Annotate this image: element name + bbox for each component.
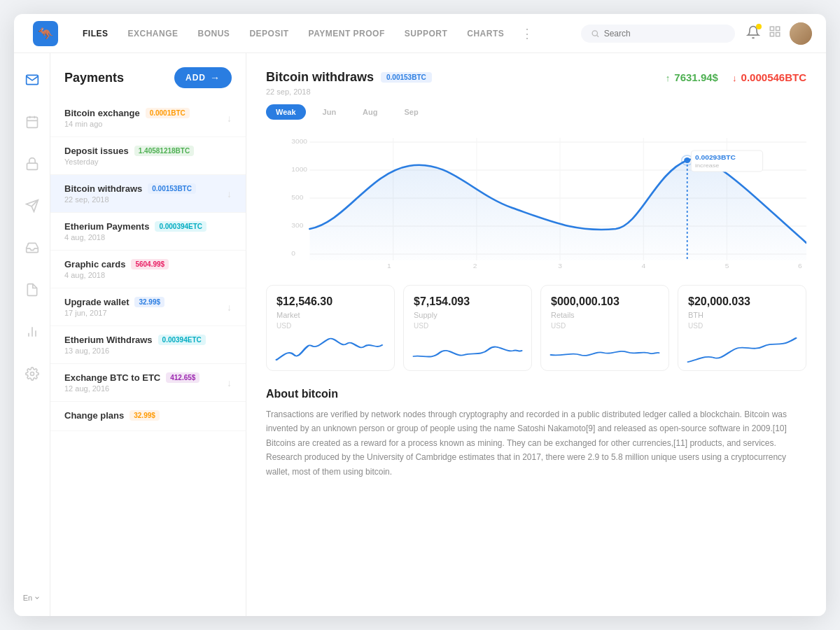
payment-item[interactable]: Bitcoin exchange 0.0001BTC 14 min ago ↓ xyxy=(50,99,246,137)
svg-text:0: 0 xyxy=(291,250,295,257)
svg-text:300: 300 xyxy=(291,222,303,229)
logo-area: 🦘 xyxy=(28,21,63,46)
language-selector[interactable]: En xyxy=(23,594,41,602)
payment-arrow-icon: ↓ xyxy=(227,113,232,124)
payment-badge: 412.65$ xyxy=(166,372,200,383)
svg-point-0 xyxy=(592,30,597,35)
arrow-down-icon: ↓ xyxy=(732,73,737,83)
notification-dot xyxy=(756,24,762,29)
payment-badge: 0.000394ETC xyxy=(155,221,206,232)
sidebar-lock-icon[interactable] xyxy=(20,151,45,176)
about-title: About bitcoin xyxy=(266,388,806,400)
top-nav: 🦘 FILES EXCHANGE BONUS DEPOSIT PAYMENT P… xyxy=(14,14,826,53)
payment-badge: 0.0001BTC xyxy=(146,108,190,118)
svg-point-33 xyxy=(684,158,690,163)
add-button-arrow: → xyxy=(210,72,220,83)
stat-card-label: Supply xyxy=(414,311,522,319)
filter-jun[interactable]: Jun xyxy=(313,104,346,120)
about-text: Transactions are verified by network nod… xyxy=(266,407,806,479)
mini-chart-svg xyxy=(551,335,659,363)
payment-badge: 1.40581218BTC xyxy=(134,146,194,156)
mini-chart-svg xyxy=(688,335,796,363)
payment-date: 4 aug, 2018 xyxy=(64,233,206,241)
nav-more-dots[interactable]: ⋮ xyxy=(515,26,539,41)
payment-item[interactable]: Change plans 32.99$ xyxy=(50,402,246,431)
payment-name: Bitcoin withdraws 0.00153BTC xyxy=(64,183,196,194)
stat-card-label: Retails xyxy=(551,311,659,319)
svg-text:4: 4 xyxy=(641,262,645,270)
nav-bonus[interactable]: BONUS xyxy=(190,24,239,43)
payment-name: Graphic cards 5604.99$ xyxy=(64,259,169,270)
payment-item[interactable]: Graphic cards 5604.99$ 4 aug, 2018 xyxy=(50,251,246,288)
payment-info: Bitcoin withdraws 0.00153BTC 22 sep, 201… xyxy=(64,183,196,204)
nav-deposit[interactable]: DEPOSIT xyxy=(241,24,297,43)
payment-date: 22 sep, 2018 xyxy=(64,195,196,204)
filter-sep[interactable]: Sep xyxy=(395,104,428,120)
arrow-up-icon: ↑ xyxy=(666,73,671,83)
payment-badge: 32.99$ xyxy=(134,297,164,307)
svg-line-1 xyxy=(597,35,598,36)
payment-item[interactable]: Exchange BTC to ETC 412.65$ 12 aug, 2016… xyxy=(50,364,246,402)
add-payment-button[interactable]: ADD → xyxy=(174,67,232,88)
payment-info: Bitcoin exchange 0.0001BTC 14 min ago xyxy=(64,108,190,128)
payment-badge: 5604.99$ xyxy=(131,259,169,270)
grid-icon[interactable] xyxy=(769,25,781,41)
app-container: 🦘 FILES EXCHANGE BONUS DEPOSIT PAYMENT P… xyxy=(14,14,826,616)
payment-name: Etherium Withdraws 0.00394ETC xyxy=(64,335,206,345)
payments-header: Payments ADD → xyxy=(50,53,246,99)
chart-title: Bitcoin withdraws xyxy=(266,70,374,85)
payment-item[interactable]: Upgrade wallet 32.99$ 17 jun, 2017 ↓ xyxy=(50,288,246,326)
filter-aug[interactable]: Aug xyxy=(353,104,387,120)
stat-card: $7,154.093 Supply USD xyxy=(403,285,532,371)
payment-info: Graphic cards 5604.99$ 4 aug, 2018 xyxy=(64,259,169,279)
sidebar-mail-icon[interactable] xyxy=(20,67,45,92)
main-content: Bitcoin withdraws 0.00153BTC ↑ 7631.94$ … xyxy=(246,53,826,616)
svg-text:5: 5 xyxy=(725,262,729,270)
sidebar-settings-icon[interactable] xyxy=(20,361,45,386)
payment-badge: 0.00153BTC xyxy=(148,183,196,194)
payment-item[interactable]: Etherium Payments 0.000394ETC 4 aug, 201… xyxy=(50,213,246,251)
nav-exchange[interactable]: EXCHANGE xyxy=(120,24,187,43)
logo-icon[interactable]: 🦘 xyxy=(33,21,58,46)
sidebar-chart-icon[interactable] xyxy=(20,319,45,344)
mini-chart-svg xyxy=(414,335,522,363)
mini-chart xyxy=(276,335,384,363)
mini-chart-svg xyxy=(276,335,384,363)
sidebar-send-icon[interactable] xyxy=(20,193,45,218)
nav-icons xyxy=(746,22,812,45)
avatar-image xyxy=(790,22,812,45)
sidebar-calendar-icon[interactable] xyxy=(20,109,45,134)
payment-badge: 32.99$ xyxy=(130,410,160,421)
payment-item[interactable]: Etherium Withdraws 0.00394ETC 13 aug, 20… xyxy=(50,326,246,364)
payment-info: Etherium Payments 0.000394ETC 4 aug, 201… xyxy=(64,221,206,241)
svg-text:1: 1 xyxy=(387,262,391,270)
stat-up: ↑ 7631.94$ xyxy=(666,71,718,83)
payments-title: Payments xyxy=(64,71,124,85)
payment-date: 13 aug, 2016 xyxy=(64,346,206,355)
svg-text:6: 6 xyxy=(798,262,802,270)
nav-files[interactable]: FILES xyxy=(74,24,117,43)
filter-weak[interactable]: Weak xyxy=(266,104,306,120)
sidebar-inbox-icon[interactable] xyxy=(20,235,45,260)
svg-text:500: 500 xyxy=(291,194,303,201)
payment-item[interactable]: Bitcoin withdraws 0.00153BTC 22 sep, 201… xyxy=(50,175,246,213)
stat-card-sublabel: USD xyxy=(551,322,659,330)
svg-text:1000: 1000 xyxy=(291,166,307,173)
payment-name: Upgrade wallet 32.99$ xyxy=(64,297,164,307)
svg-text:0.00293BTC: 0.00293BTC xyxy=(695,154,736,161)
bell-icon[interactable] xyxy=(746,25,760,42)
nav-charts[interactable]: CHARTS xyxy=(458,24,512,43)
svg-rect-3 xyxy=(776,27,780,30)
payment-item[interactable]: Deposit issues 1.40581218BTC Yesterday xyxy=(50,137,246,175)
avatar[interactable] xyxy=(790,22,812,45)
payment-info: Upgrade wallet 32.99$ 17 jun, 2017 xyxy=(64,297,164,317)
sidebar-file-icon[interactable] xyxy=(20,277,45,302)
svg-point-16 xyxy=(30,372,34,376)
chart-header: Bitcoin withdraws 0.00153BTC ↑ 7631.94$ … xyxy=(266,70,806,85)
chart-badge: 0.00153BTC xyxy=(381,72,432,83)
stat-cards: $12,546.30 Market USD $7,154.093 Supply … xyxy=(266,285,806,371)
nav-support[interactable]: SUPPORT xyxy=(396,24,456,43)
search-input[interactable] xyxy=(604,29,725,38)
nav-payment-proof[interactable]: PAYMENT PROOF xyxy=(300,24,393,43)
stat-card: $12,546.30 Market USD xyxy=(266,285,395,371)
